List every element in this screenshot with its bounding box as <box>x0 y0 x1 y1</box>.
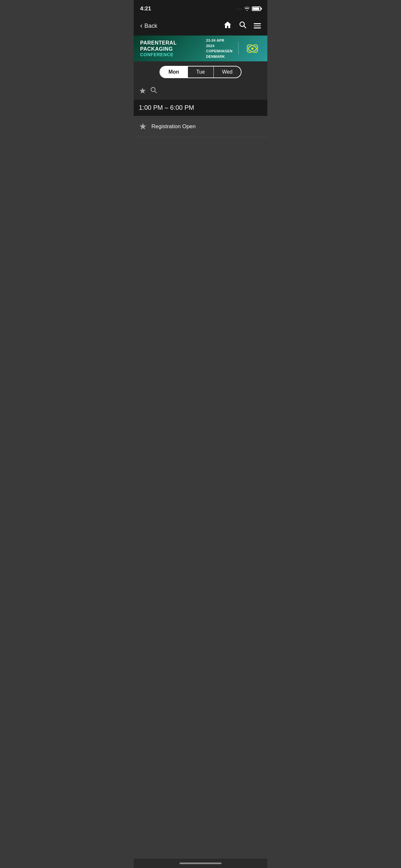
back-chevron-icon: ‹ <box>140 22 143 30</box>
main-content: 1:00 PM – 6:00 PM ★ Registration Open <box>134 99 267 293</box>
back-label: Back <box>144 23 157 29</box>
conference-logo <box>244 40 261 58</box>
conference-date: 23-24 APR 2024 COPENHAGEN DENMARK <box>206 38 233 59</box>
conference-location-line2: DENMARK <box>206 54 233 59</box>
home-icon[interactable] <box>223 21 232 31</box>
star-filter-button[interactable]: ★ <box>139 86 146 96</box>
svg-point-6 <box>151 88 155 92</box>
day-tabs: Mon Tue Wed <box>134 61 267 83</box>
day-tab-wed[interactable]: Wed <box>214 66 241 78</box>
item-star-button[interactable]: ★ <box>139 121 147 132</box>
hamburger-line-2 <box>254 26 261 27</box>
back-button[interactable]: ‹ Back <box>140 22 157 30</box>
status-icons: ··· <box>236 6 261 11</box>
schedule-item[interactable]: ★ Registration Open <box>134 116 267 137</box>
conference-date-text: 23-24 APR 2024 <box>206 38 233 49</box>
time-slot-text: 1:00 PM – 6:00 PM <box>139 104 194 111</box>
nav-icons <box>223 21 261 31</box>
conference-title-line1: PARENTERAL PACKAGING <box>140 40 206 52</box>
svg-line-7 <box>155 91 157 93</box>
search-icon[interactable] <box>239 21 247 31</box>
conference-location-line1: COPENHAGEN <box>206 49 233 54</box>
filter-bar: ★ <box>134 83 267 99</box>
status-bar: 4:21 ··· <box>134 0 267 16</box>
banner-left: PARENTERAL PACKAGING CONFERENCE <box>140 40 206 57</box>
banner-divider <box>238 42 239 55</box>
search-filter-button[interactable] <box>150 87 157 95</box>
menu-icon[interactable] <box>254 23 261 28</box>
time-slot-header: 1:00 PM – 6:00 PM <box>134 99 267 116</box>
signal-icon: ··· <box>236 6 242 11</box>
day-tab-mon[interactable]: Mon <box>160 66 188 78</box>
wifi-icon <box>244 6 250 11</box>
item-title: Registration Open <box>151 123 196 130</box>
conference-title-line2: CONFERENCE <box>140 52 206 57</box>
conference-banner: PARENTERAL PACKAGING CONFERENCE 23-24 AP… <box>134 35 267 61</box>
svg-point-5 <box>251 47 253 50</box>
nav-bar: ‹ Back <box>134 16 267 35</box>
battery-icon <box>252 6 261 11</box>
day-tab-tue[interactable]: Tue <box>188 66 214 78</box>
hamburger-line-1 <box>254 23 261 24</box>
status-time: 4:21 <box>140 5 151 12</box>
banner-right: 23-24 APR 2024 COPENHAGEN DENMARK <box>206 38 261 59</box>
svg-line-1 <box>244 26 246 28</box>
svg-point-0 <box>240 22 244 27</box>
hamburger-line-3 <box>254 27 261 28</box>
day-tabs-container: Mon Tue Wed <box>159 66 242 78</box>
